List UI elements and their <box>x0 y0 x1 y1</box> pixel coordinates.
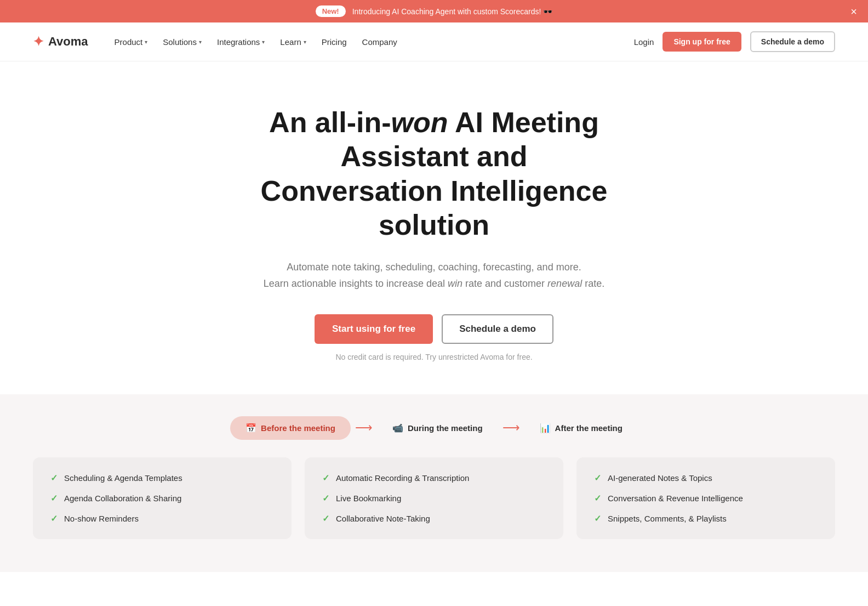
chevron-down-icon: ▾ <box>262 39 265 45</box>
schedule-demo-nav-button[interactable]: Schedule a demo <box>750 31 835 52</box>
during-feature-list: ✓ Automatic Recording & Transcription ✓ … <box>322 473 546 524</box>
list-item: ✓ AI-generated Notes & Topics <box>594 473 818 483</box>
list-item: ✓ No-show Reminders <box>50 513 274 524</box>
check-icon: ✓ <box>50 513 58 524</box>
list-item: ✓ Collaborative Note-Taking <box>322 513 546 524</box>
tab-before-label: Before the meeting <box>261 423 335 433</box>
navbar: ✦ Avoma Product ▾ Solutions ▾ Integratio… <box>0 22 868 61</box>
tab-after-meeting[interactable]: 📊 After the meeting <box>524 416 638 440</box>
nav-company[interactable]: Company <box>362 37 397 47</box>
list-item: ✓ Live Bookmarking <box>322 493 546 503</box>
announcement-banner: New! Introducing AI Coaching Agent with … <box>0 0 868 22</box>
logo-icon: ✦ <box>33 34 44 49</box>
logo-text: Avoma <box>48 35 88 49</box>
features-section: 📅 Before the meeting ⟶ 📹 During the meet… <box>0 394 868 572</box>
chevron-down-icon: ▾ <box>304 39 306 45</box>
banner-close-button[interactable]: × <box>850 6 857 17</box>
chevron-down-icon: ▾ <box>199 39 202 45</box>
start-free-button[interactable]: Start using for free <box>315 314 433 344</box>
chevron-down-icon: ▾ <box>145 39 147 45</box>
nav-solutions[interactable]: Solutions ▾ <box>163 37 202 47</box>
hero-title: An all-in-won AI Meeting Assistant and C… <box>215 105 653 242</box>
list-item: ✓ Conversation & Revenue Intelligence <box>594 493 818 503</box>
features-tabs: 📅 Before the meeting ⟶ 📹 During the meet… <box>33 416 835 440</box>
tab-before-meeting[interactable]: 📅 Before the meeting <box>230 416 351 440</box>
features-grid: ✓ Scheduling & Agenda Templates ✓ Agenda… <box>33 457 835 539</box>
login-button[interactable]: Login <box>634 37 654 47</box>
check-icon: ✓ <box>50 493 58 503</box>
feature-card-after: ✓ AI-generated Notes & Topics ✓ Conversa… <box>576 457 835 539</box>
tab-arrow-1: ⟶ <box>355 421 373 435</box>
nav-product[interactable]: Product ▾ <box>115 37 148 47</box>
chart-icon: 📊 <box>540 423 551 433</box>
list-item: ✓ Scheduling & Agenda Templates <box>50 473 274 483</box>
check-icon: ✓ <box>594 473 601 483</box>
check-icon: ✓ <box>322 493 329 503</box>
banner-text: Introducing AI Coaching Agent with custo… <box>352 7 553 16</box>
hero-section: An all-in-won AI Meeting Assistant and C… <box>0 61 868 394</box>
after-feature-list: ✓ AI-generated Notes & Topics ✓ Conversa… <box>594 473 818 524</box>
calendar-icon: 📅 <box>245 423 256 433</box>
list-item: ✓ Snippets, Comments, & Playlists <box>594 513 818 524</box>
nav-pricing[interactable]: Pricing <box>322 37 347 47</box>
logo[interactable]: ✦ Avoma <box>33 34 88 49</box>
list-item: ✓ Agenda Collaboration & Sharing <box>50 493 274 503</box>
tab-arrow-2: ⟶ <box>502 421 520 435</box>
check-icon: ✓ <box>594 493 601 503</box>
nav-actions: Login Sign up for free Schedule a demo <box>634 31 835 52</box>
signup-button[interactable]: Sign up for free <box>663 32 741 52</box>
schedule-demo-hero-button[interactable]: Schedule a demo <box>442 314 553 344</box>
nav-integrations[interactable]: Integrations ▾ <box>217 37 265 47</box>
hero-buttons: Start using for free Schedule a demo <box>22 314 846 344</box>
before-feature-list: ✓ Scheduling & Agenda Templates ✓ Agenda… <box>50 473 274 524</box>
video-icon: 📹 <box>392 423 403 433</box>
list-item: ✓ Automatic Recording & Transcription <box>322 473 546 483</box>
check-icon: ✓ <box>322 513 329 524</box>
hero-subtitle: Automate note taking, scheduling, coachi… <box>253 259 615 292</box>
check-icon: ✓ <box>594 513 601 524</box>
new-badge: New! <box>316 5 346 17</box>
check-icon: ✓ <box>50 473 58 483</box>
nav-links: Product ▾ Solutions ▾ Integrations ▾ Lea… <box>115 37 616 47</box>
feature-card-before: ✓ Scheduling & Agenda Templates ✓ Agenda… <box>33 457 292 539</box>
tab-after-label: After the meeting <box>555 423 623 433</box>
tab-during-meeting[interactable]: 📹 During the meeting <box>377 416 498 440</box>
nav-learn[interactable]: Learn ▾ <box>280 37 306 47</box>
check-icon: ✓ <box>322 473 329 483</box>
tab-during-label: During the meeting <box>408 423 483 433</box>
feature-card-during: ✓ Automatic Recording & Transcription ✓ … <box>305 457 563 539</box>
hero-note: No credit card is required. Try unrestri… <box>22 353 846 361</box>
